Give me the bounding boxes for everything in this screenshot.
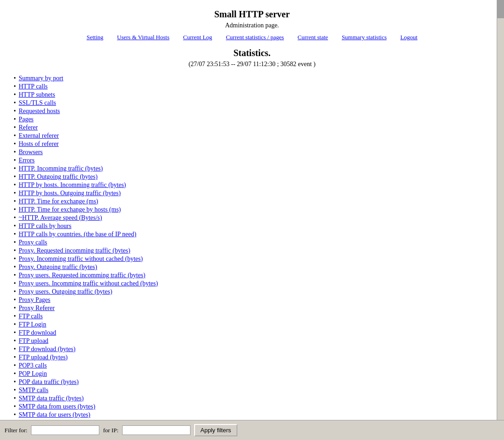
content-link[interactable]: SMTP data traffic (bytes) <box>19 395 84 402</box>
content-link[interactable]: Hosts of referer <box>19 140 59 148</box>
list-item: FTP download (bytes) <box>14 346 495 353</box>
nav-link[interactable]: Setting <box>87 34 103 41</box>
list-item: Summary by port <box>14 75 495 82</box>
content-link[interactable]: POP3 calls <box>19 362 47 369</box>
nav-link[interactable]: Logout <box>400 34 417 41</box>
filter-input[interactable] <box>31 425 99 435</box>
list-item: FTP calls <box>14 313 495 320</box>
stats-title: Statistics. <box>9 48 495 58</box>
list-item: Proxy. Outgoing traffic (bytes) <box>14 264 495 271</box>
content-link[interactable]: HTTP. Time for exchange (ms) <box>19 198 98 205</box>
list-item: FTP download <box>14 329 495 336</box>
content-link[interactable]: External referer <box>19 132 59 140</box>
list-item: HTTP. Time for exchange by hosts (ms) <box>14 206 495 213</box>
content-link[interactable]: FTP download <box>19 329 56 336</box>
list-item: SMTP data from users (bytes) <box>14 403 495 410</box>
list-item: FTP upload <box>14 337 495 345</box>
content-link[interactable]: Proxy. Outgoing traffic (bytes) <box>19 264 97 271</box>
content-link[interactable]: FTP upload <box>19 337 48 345</box>
list-item: Pages <box>14 116 495 123</box>
content-link[interactable]: FTP calls <box>19 313 43 320</box>
content-link[interactable]: Errors <box>19 157 35 164</box>
list-item: Browsers <box>14 149 495 156</box>
list-item: HTTP by hosts. Incomming traffic (bytes) <box>14 181 495 189</box>
content-link[interactable]: FTP upload (bytes) <box>19 354 68 361</box>
nav-link[interactable]: Current state <box>298 34 328 41</box>
list-item: SMTP data traffic (bytes) <box>14 395 495 402</box>
content-link[interactable]: POP data traffic (bytes) <box>19 378 79 386</box>
list-item: HTTP calls by hours <box>14 223 495 230</box>
list-item: External referer <box>14 132 495 140</box>
list-item: HTTP calls <box>14 83 495 90</box>
content-link[interactable]: HTTP. Outgoing traffic (bytes) <box>19 173 98 181</box>
content-link[interactable]: Proxy users. Requested incomming traffic… <box>19 272 145 279</box>
content-link[interactable]: HTTP by hosts. Incomming traffic (bytes) <box>19 181 126 189</box>
list-item: Proxy users. Requested incomming traffic… <box>14 272 495 279</box>
content-link[interactable]: Proxy Pages <box>19 296 51 304</box>
admin-label: Administration page. <box>9 22 495 29</box>
content-link[interactable]: SMTP data for users (bytes) <box>19 411 90 419</box>
content-link[interactable]: FTP Login <box>19 321 46 328</box>
content-link[interactable]: Proxy calls <box>19 239 47 246</box>
content-link[interactable]: Pages <box>19 116 34 123</box>
nav-link[interactable]: Current Log <box>183 34 212 41</box>
list-item: Proxy Pages <box>14 296 495 304</box>
ip-input[interactable] <box>122 425 190 435</box>
list-item: POP Login <box>14 370 495 378</box>
content-link[interactable]: Proxy. Requested incomming traffic (byte… <box>19 247 130 254</box>
content-link[interactable]: HTTP by hosts. Outgoing traffic (bytes) <box>19 190 121 197</box>
content-link[interactable]: Proxy users. Incomming traffic without c… <box>19 280 158 287</box>
list-item: SMTP data for users (bytes) <box>14 411 495 419</box>
content-link[interactable]: POP Login <box>19 370 47 378</box>
content-list: Summary by portHTTP callsHTTP subnetsSSL… <box>9 75 495 440</box>
list-item: Referer <box>14 124 495 131</box>
list-item: HTTP. Time for exchange (ms) <box>14 198 495 205</box>
content-link[interactable]: Proxy Referer <box>19 305 55 312</box>
list-item: HTTP. Incomming traffic (bytes) <box>14 165 495 172</box>
content-link[interactable]: HTTP. Time for exchange by hosts (ms) <box>19 206 121 213</box>
content-link[interactable]: HTTP. Incomming traffic (bytes) <box>19 165 103 172</box>
content-link[interactable]: HTTP calls by hours <box>19 223 72 230</box>
list-item: Proxy Referer <box>14 305 495 312</box>
list-item: HTTP. Outgoing traffic (bytes) <box>14 173 495 181</box>
list-item: FTP upload (bytes) <box>14 354 495 361</box>
page-title: Small HTTP server <box>9 9 495 20</box>
ip-label: for IP: <box>103 427 118 434</box>
nav-link[interactable]: Summary statistics <box>342 34 387 41</box>
content-link[interactable]: Referer <box>19 124 38 131</box>
list-item: ~HTTP. Average speed (Bytes/s) <box>14 214 495 222</box>
nav-bar: SettingUsers & Virtual HostsCurrent LogC… <box>9 34 495 41</box>
list-item: HTTP by hosts. Outgoing traffic (bytes) <box>14 190 495 197</box>
nav-link[interactable]: Current statistics / pages <box>226 34 284 41</box>
content-link[interactable]: FTP download (bytes) <box>19 346 76 353</box>
list-item: Proxy users. Incomming traffic without c… <box>14 280 495 287</box>
content-link[interactable]: Requested hosts <box>19 108 60 115</box>
content-link[interactable]: Proxy users. Outgoing traffic (bytes) <box>19 288 112 295</box>
list-item: Hosts of referer <box>14 140 495 148</box>
content-link[interactable]: SMTP data from users (bytes) <box>19 403 95 410</box>
list-item: Proxy calls <box>14 239 495 246</box>
apply-filters-button[interactable]: Apply filters <box>194 424 237 436</box>
list-item: Proxy. Incomming traffic without cached … <box>14 255 495 263</box>
list-item: Proxy users. Outgoing traffic (bytes) <box>14 288 495 295</box>
content-link[interactable]: Browsers <box>19 149 43 156</box>
list-item: HTTP calls by countries. (the base of IP… <box>14 231 495 238</box>
list-item: Errors <box>14 157 495 164</box>
list-item: SMTP calls <box>14 387 495 394</box>
list-item: Requested hosts <box>14 108 495 115</box>
content-link[interactable]: HTTP subnets <box>19 91 55 98</box>
content-link[interactable]: Proxy. Incomming traffic without cached … <box>19 255 143 263</box>
list-item: FTP Login <box>14 321 495 328</box>
content-link[interactable]: Summary by port <box>19 75 63 82</box>
content-link[interactable]: ~HTTP. Average speed (Bytes/s) <box>19 214 102 222</box>
nav-link[interactable]: Users & Virtual Hosts <box>117 34 170 41</box>
content-link[interactable]: SMTP calls <box>19 387 48 394</box>
list-item: Proxy. Requested incomming traffic (byte… <box>14 247 495 254</box>
content-link[interactable]: HTTP calls <box>19 83 48 90</box>
list-item: SSL/TLS calls <box>14 99 495 107</box>
content-link[interactable]: HTTP calls by countries. (the base of IP… <box>19 231 136 238</box>
filter-bar: Filter for: for IP: Apply filters <box>0 420 504 440</box>
content-link[interactable]: SSL/TLS calls <box>19 99 56 107</box>
list-item: POP3 calls <box>14 362 495 369</box>
list-item: HTTP subnets <box>14 91 495 98</box>
